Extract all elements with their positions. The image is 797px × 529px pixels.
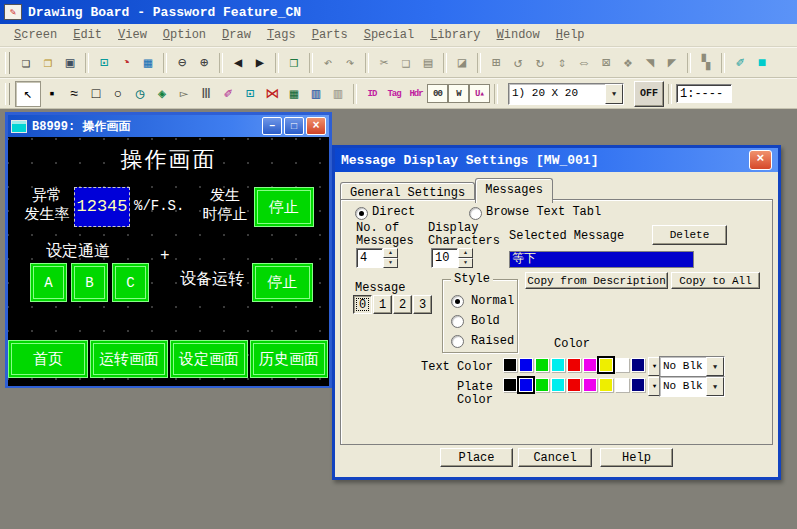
copy-from-description-button[interactable]: Copy from Description	[525, 272, 668, 289]
screen-image-icon[interactable]: ⊡	[239, 83, 261, 105]
color-swatch-0[interactable]	[503, 358, 517, 372]
message-button-0[interactable]: 0	[353, 295, 372, 314]
menu-edit[interactable]: Edit	[65, 24, 110, 46]
flip-vertical-icon[interactable]: ⇕	[551, 52, 573, 74]
library-parts-2-icon[interactable]: ▥	[327, 83, 349, 105]
shrink-icon[interactable]: ⊠	[595, 52, 617, 74]
display-characters-spinner[interactable]: 10 ▲▼	[431, 248, 473, 268]
dropdown-arrow-icon[interactable]: ▼	[706, 357, 724, 376]
color-swatch-7[interactable]	[615, 378, 629, 392]
delete-button[interactable]: Delete	[652, 225, 727, 245]
draw-pen-icon[interactable]: ✐	[729, 52, 751, 74]
toolbar-grip[interactable]	[5, 52, 10, 74]
nav-button-2[interactable]: 设定画面	[170, 340, 248, 378]
color-swatch-3[interactable]	[551, 358, 565, 372]
color-swatch-4[interactable]	[567, 358, 581, 372]
spin-down-icon[interactable]: ▼	[383, 258, 398, 268]
draw-polygon-icon[interactable]: ▻	[173, 83, 195, 105]
display-characters-value[interactable]: 10	[431, 248, 458, 268]
save-icon[interactable]: ▣	[59, 52, 81, 74]
binary-display-icon[interactable]: 00	[427, 84, 448, 103]
off-toggle-button[interactable]: OFF	[634, 81, 664, 107]
draw-polyline-icon[interactable]: ≈	[63, 83, 85, 105]
text-blink-select[interactable]: No Blk ▼	[659, 356, 725, 377]
color-swatch-5[interactable]	[583, 358, 597, 372]
style-radio-1[interactable]	[451, 315, 464, 328]
previous-screen-icon[interactable]: ◀	[227, 52, 249, 74]
u-part-icon[interactable]: U▴	[469, 84, 490, 103]
menu-tags[interactable]: Tags	[259, 24, 304, 46]
erase-icon[interactable]: ◪	[451, 52, 473, 74]
tag-header-icon[interactable]: Hdr	[405, 83, 427, 105]
select-pointer-icon[interactable]: ↖	[15, 81, 41, 107]
nav-button-0[interactable]: 首页	[8, 340, 88, 378]
copy-icon[interactable]: ❑	[395, 52, 417, 74]
num-messages-value[interactable]: 4	[356, 248, 383, 268]
place-button[interactable]: Place	[440, 448, 513, 467]
item-number-field[interactable]: 1:----	[676, 84, 732, 103]
grid-size-select[interactable]: 1) 20 X 20 ▼	[508, 83, 624, 105]
shear-left-icon[interactable]: ◥	[639, 52, 661, 74]
dropdown-arrow-icon[interactable]: ▼	[706, 377, 724, 396]
rotate-ccw-icon[interactable]: ↺	[507, 52, 529, 74]
new-file-icon[interactable]: ❏	[15, 52, 37, 74]
tag-id-icon[interactable]: ID	[361, 83, 383, 105]
library-parts-icon[interactable]: ▥	[305, 83, 327, 105]
next-screen-icon[interactable]: ▶	[249, 52, 271, 74]
tab-messages[interactable]: Messages	[475, 178, 553, 203]
dialog-titlebar[interactable]: Message Display Settings [MW_001] ×	[335, 148, 778, 172]
color-box-icon[interactable]: ■	[751, 52, 773, 74]
num-messages-spinner[interactable]: 4 ▲▼	[356, 248, 398, 268]
browse-text-table-radio[interactable]	[469, 207, 482, 220]
fill-paint-icon[interactable]: ◈	[151, 83, 173, 105]
arrange-parts-icon[interactable]: ⊞	[485, 52, 507, 74]
plate-blink-select[interactable]: No Blk ▼	[659, 376, 725, 397]
redo-icon[interactable]: ↷	[339, 52, 361, 74]
color-swatch-1[interactable]	[519, 378, 533, 392]
zoom-out-icon[interactable]: ⊖	[171, 52, 193, 74]
draw-circle-icon[interactable]: ○	[107, 83, 129, 105]
open-folder-icon[interactable]: ❐	[37, 52, 59, 74]
minimize-button[interactable]: −	[262, 117, 282, 135]
color-swatch-5[interactable]	[583, 378, 597, 392]
nav-button-1[interactable]: 运转画面	[90, 340, 168, 378]
draw-scale-icon[interactable]: Ⅲ	[195, 83, 217, 105]
simulator-icon[interactable]: ▦	[137, 52, 159, 74]
equipment-stop-switch-part[interactable]: 停止	[252, 263, 313, 302]
rotate-cw-icon[interactable]: ↻	[529, 52, 551, 74]
dialog-close-button[interactable]: ×	[749, 150, 772, 170]
draw-rectangle-icon[interactable]: □	[85, 83, 107, 105]
maximize-button[interactable]: □	[284, 117, 304, 135]
menu-screen[interactable]: Screen	[6, 24, 65, 46]
draw-arc-icon[interactable]: ◷	[129, 83, 151, 105]
channel-button-0[interactable]: A	[30, 263, 67, 302]
shear-right-icon[interactable]: ◤	[661, 52, 683, 74]
canvas-window-titlebar[interactable]: B8999: 操作画面 − □ ×	[8, 115, 329, 137]
drawing-canvas[interactable]: 操作画面 异常 发生率 12345 %/F.S. 发生 时停止 停止 设定通道 …	[8, 137, 329, 386]
menu-special[interactable]: Special	[356, 24, 422, 46]
cancel-button[interactable]: Cancel	[518, 448, 592, 467]
enlarge-icon[interactable]: ❖	[617, 52, 639, 74]
style-radio-0[interactable]	[451, 295, 464, 308]
color-swatch-4[interactable]	[567, 378, 581, 392]
menu-help[interactable]: Help	[548, 24, 593, 46]
message-button-3[interactable]: 3	[413, 295, 432, 314]
color-swatch-6[interactable]	[599, 358, 613, 372]
draw-point-icon[interactable]: ▪	[41, 83, 63, 105]
numeric-display-part[interactable]: 12345	[74, 187, 130, 227]
color-swatch-2[interactable]	[535, 378, 549, 392]
color-swatch-2[interactable]	[535, 358, 549, 372]
group-parts-icon[interactable]: ▚	[695, 52, 717, 74]
style-radio-2[interactable]	[451, 335, 464, 348]
spin-down-icon[interactable]: ▼	[458, 258, 473, 268]
color-swatch-0[interactable]	[503, 378, 517, 392]
message-button-1[interactable]: 1	[373, 295, 392, 314]
flip-horizontal-icon[interactable]: ⇔	[573, 52, 595, 74]
text-tool-icon[interactable]: ✐	[217, 83, 239, 105]
help-button[interactable]: Help	[600, 448, 673, 467]
copy-to-all-button[interactable]: Copy to All	[671, 272, 760, 289]
color-swatch-6[interactable]	[599, 378, 613, 392]
spin-up-icon[interactable]: ▲	[458, 248, 473, 258]
toolbar-grip[interactable]	[5, 83, 10, 105]
color-swatch-8[interactable]	[631, 378, 645, 392]
